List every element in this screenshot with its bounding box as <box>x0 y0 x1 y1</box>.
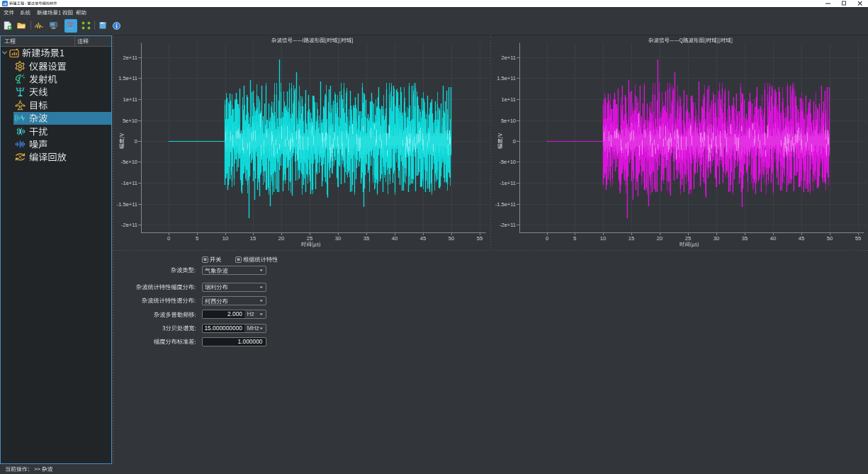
svg-text:0: 0 <box>546 235 548 242</box>
svg-text:10: 10 <box>222 235 228 242</box>
svg-text:40: 40 <box>392 235 398 242</box>
svg-text:45: 45 <box>420 235 426 242</box>
svg-text:30: 30 <box>335 235 341 242</box>
svg-text:1e+11: 1e+11 <box>123 96 137 103</box>
svg-text:50: 50 <box>827 235 833 242</box>
svg-text:0: 0 <box>135 138 137 145</box>
svg-text:55: 55 <box>477 235 483 242</box>
svg-text:15: 15 <box>250 235 256 242</box>
svg-text:0: 0 <box>167 235 170 242</box>
svg-text:25: 25 <box>685 235 691 242</box>
svg-text:10: 10 <box>600 235 606 242</box>
svg-text:55: 55 <box>855 235 861 242</box>
svg-text:2e+11: 2e+11 <box>501 55 516 61</box>
svg-text:5: 5 <box>196 235 198 242</box>
svg-text:20: 20 <box>278 235 284 242</box>
svg-text:50: 50 <box>449 235 454 242</box>
svg-text:-1.5e+11: -1.5e+11 <box>117 201 137 208</box>
svg-text:15: 15 <box>629 235 634 242</box>
svg-text:45: 45 <box>799 235 804 242</box>
svg-text:-2e+11: -2e+11 <box>121 222 137 228</box>
svg-text:35: 35 <box>363 235 369 242</box>
svg-text:-1e+11: -1e+11 <box>121 180 137 186</box>
svg-text:20: 20 <box>657 235 663 242</box>
svg-text:2e+11: 2e+11 <box>123 55 137 61</box>
svg-text:30: 30 <box>714 235 719 242</box>
svg-text:1.5e+11: 1.5e+11 <box>118 75 137 81</box>
svg-text:-2e+11: -2e+11 <box>500 222 516 228</box>
svg-text:5: 5 <box>573 235 576 242</box>
svg-text:5e+10: 5e+10 <box>501 118 516 124</box>
svg-text:5e+10: 5e+10 <box>123 118 137 124</box>
svg-text:40: 40 <box>770 235 776 242</box>
svg-text:-1e+11: -1e+11 <box>500 180 516 186</box>
svg-text:1.5e+11: 1.5e+11 <box>497 75 516 81</box>
svg-text:0: 0 <box>513 138 516 145</box>
svg-text:25: 25 <box>307 235 312 242</box>
svg-text:1e+11: 1e+11 <box>501 96 516 103</box>
svg-text:-1.5e+11: -1.5e+11 <box>495 201 516 208</box>
svg-text:-5e+10: -5e+10 <box>499 159 516 165</box>
svg-text:35: 35 <box>742 235 748 242</box>
svg-text:-5e+10: -5e+10 <box>120 159 137 165</box>
